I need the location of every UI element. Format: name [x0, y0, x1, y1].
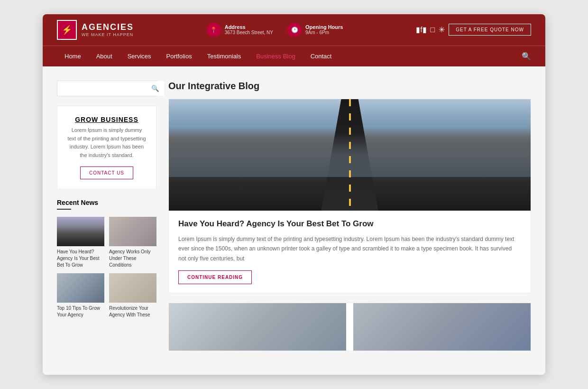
nav-item-blog[interactable]: Business Blog: [248, 46, 303, 66]
nav-item-services[interactable]: Services: [120, 46, 159, 66]
news-item-4[interactable]: Revolutionize Your Agency With These: [109, 273, 156, 318]
news-item-1[interactable]: Have You Heard? Agency Is Your Best Bet …: [57, 217, 104, 269]
news-thumb-3: [57, 273, 104, 303]
recent-news-underline: [57, 209, 71, 210]
clock-icon: 🕐: [287, 23, 302, 37]
asterisk-icon[interactable]: ✳: [439, 25, 445, 34]
address-text: Address 3673 Beech Street, NY: [225, 24, 273, 35]
news-item-3[interactable]: Top 10 Tips To Grow Your Agency: [57, 273, 104, 318]
grow-business-title: GROW BUSINESS: [67, 116, 147, 123]
blog-post-text-1: Lorem Ipsum is simply dummy text of the …: [178, 234, 521, 263]
blog-post-content-1: Have You Heard? Agency Is Your Best Bet …: [169, 211, 531, 293]
nav-link-blog[interactable]: Business Blog: [248, 46, 303, 66]
search-button[interactable]: 🔍: [147, 81, 164, 96]
mountain-bg: [169, 132, 531, 177]
news-thumb-2: [109, 217, 156, 246]
quote-button[interactable]: GET A FREE QUOTE NOW: [449, 24, 531, 36]
nav-item-home[interactable]: Home: [57, 46, 89, 66]
meeting-scene-right: [353, 303, 531, 351]
blog-post-thumb-left: [169, 303, 346, 351]
nav-link-contact[interactable]: Contact: [303, 46, 340, 66]
logo-area: ⚡ AGENCIES WE MAKE IT HAPPEN: [57, 20, 134, 40]
news-thumb-1: [57, 217, 104, 246]
header-info: 📍 Address 3673 Beech Street, NY 🕐 Openin…: [148, 23, 402, 37]
nav-item-testimonials[interactable]: Testimonials: [200, 46, 249, 66]
blog-post-1: Have You Heard? Agency Is Your Best Bet …: [168, 99, 531, 293]
hours-info: 🕐 Opening Hours 9Am - 6Pm: [287, 23, 343, 37]
news-item-2[interactable]: Agency Works Only Under These Conditions: [109, 217, 156, 269]
nav-link-testimonials[interactable]: Testimonials: [200, 46, 249, 66]
blog-post-title-1: Have You Heard? Agency Is Your Best Bet …: [178, 219, 521, 229]
header-top: ⚡ AGENCIES WE MAKE IT HAPPEN 📍 Address 3…: [43, 14, 545, 46]
sidebar-search[interactable]: 🔍: [57, 81, 156, 96]
nav-item-about[interactable]: About: [89, 46, 120, 66]
nav-search-icon[interactable]: 🔍: [522, 52, 531, 61]
address-value: 3673 Beech Street, NY: [225, 30, 273, 35]
blog-post-bottom: [169, 303, 531, 351]
lightning-icon: ⚡: [62, 25, 72, 35]
contact-us-button[interactable]: CONTACT US: [80, 167, 133, 179]
site-nav: Home About Services Portfolios Testimoni…: [43, 46, 545, 66]
recent-news: Recent News Have You Heard? Agency Is Yo…: [57, 199, 156, 318]
instagram-icon[interactable]: □: [431, 26, 435, 34]
nav-item-portfolios[interactable]: Portfolios: [159, 46, 200, 66]
nav-link-home[interactable]: Home: [57, 46, 89, 66]
address-info: 📍 Address 3673 Beech Street, NY: [207, 23, 273, 37]
address-label: Address: [225, 24, 273, 30]
blog-post-image-1: [169, 99, 531, 211]
grow-business-box: GROW BUSINESS Lorem Ipsum is simply dumm…: [57, 106, 156, 189]
header-social: ▮f▮ □ ✳ GET A FREE QUOTE NOW: [416, 24, 531, 36]
location-icon: 📍: [207, 23, 221, 37]
blog-post-2-preview: [168, 303, 531, 351]
brand-name: AGENCIES: [82, 22, 134, 32]
nav-links: Home About Services Portfolios Testimoni…: [57, 46, 339, 66]
recent-news-title: Recent News: [57, 199, 156, 206]
brand-tagline: WE MAKE IT HAPPEN: [82, 32, 134, 37]
news-text-3: Top 10 Tips To Grow Your Agency: [57, 305, 104, 318]
browser-window: ⚡ AGENCIES WE MAKE IT HAPPEN 📍 Address 3…: [43, 14, 545, 375]
news-text-4: Revolutionize Your Agency With These: [109, 305, 156, 318]
nav-item-contact[interactable]: Contact: [303, 46, 340, 66]
blog-title: Our Integrative Blog: [168, 81, 531, 92]
hours-text: Opening Hours 9Am - 6Pm: [305, 24, 343, 35]
nav-link-about[interactable]: About: [89, 46, 120, 66]
continue-reading-button[interactable]: CONTINUE READING: [178, 270, 252, 284]
search-input[interactable]: [57, 81, 147, 96]
blog-area: Our Integrative Blog Have You Heard? Age…: [168, 81, 531, 361]
logo-icon: ⚡: [57, 20, 77, 40]
sidebar: 🔍 GROW BUSINESS Lorem Ipsum is simply du…: [57, 81, 156, 361]
blog-post-thumb-right: [353, 303, 531, 351]
nav-link-services[interactable]: Services: [120, 46, 159, 66]
facebook-icon[interactable]: ▮f▮: [416, 25, 426, 34]
hours-value: 9Am - 6Pm: [305, 30, 343, 35]
nav-link-portfolios[interactable]: Portfolios: [159, 46, 200, 66]
news-text-1: Have You Heard? Agency Is Your Best Bet …: [57, 249, 104, 269]
news-text-2: Agency Works Only Under These Conditions: [109, 249, 156, 269]
hours-label: Opening Hours: [305, 24, 343, 30]
site-header: ⚡ AGENCIES WE MAKE IT HAPPEN 📍 Address 3…: [43, 14, 545, 66]
meeting-scene-left: [169, 303, 346, 351]
logo-text: AGENCIES WE MAKE IT HAPPEN: [82, 22, 134, 37]
news-thumb-4: [109, 273, 156, 303]
main-content: 🔍 GROW BUSINESS Lorem Ipsum is simply du…: [43, 66, 545, 375]
grow-business-text: Lorem Ipsum is simply dummy text of the …: [67, 126, 147, 159]
news-grid: Have You Heard? Agency Is Your Best Bet …: [57, 217, 156, 318]
road-scene: [169, 99, 531, 211]
